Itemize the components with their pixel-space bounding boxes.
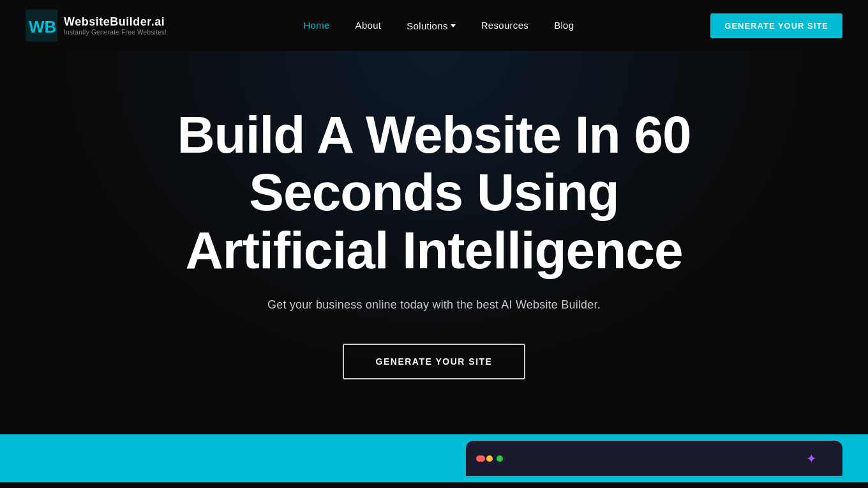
logo-text: WebsiteBuilder.ai Instantly Generate Fre… — [64, 15, 167, 36]
nav-cta-button[interactable]: GENERATE YOUR SITE — [710, 13, 842, 38]
svg-text:WB: WB — [29, 17, 56, 36]
device-content: ✦ — [491, 451, 830, 466]
nav-item-solutions[interactable]: Solutions — [407, 20, 455, 31]
bottom-section: ✦ — [0, 434, 868, 482]
nav-item-home[interactable]: Home — [303, 20, 329, 31]
device-mockup: ✦ — [466, 441, 842, 476]
logo[interactable]: WB WebsiteBuilder.ai Instantly Generate … — [26, 10, 167, 42]
nav-item-resources[interactable]: Resources — [481, 20, 528, 31]
device-dots — [476, 455, 503, 462]
dot-red — [476, 455, 483, 462]
nav-links: Home About Solutions Resources Blog — [303, 20, 574, 31]
nav-link-blog[interactable]: Blog — [554, 20, 574, 31]
nav-link-resources[interactable]: Resources — [481, 20, 528, 31]
logo-icon: WB — [26, 10, 57, 42]
dot-green — [497, 455, 503, 462]
brand-name: WebsiteBuilder.ai — [64, 15, 167, 29]
hero-section: Build A Website In 60 Seconds Using Arti… — [0, 51, 868, 422]
hero-cta-button[interactable]: GENERATE YOUR SITE — [343, 344, 526, 379]
navbar: WB WebsiteBuilder.ai Instantly Generate … — [0, 0, 868, 51]
nav-item-about[interactable]: About — [355, 20, 382, 31]
chevron-down-icon — [451, 24, 456, 27]
sparkle-icon: ✦ — [806, 451, 817, 466]
dot-yellow — [486, 455, 493, 462]
hero-title: Build A Website In 60 Seconds Using Arti… — [147, 106, 721, 279]
bottom-inner: ✦ — [0, 434, 868, 482]
nav-link-home[interactable]: Home — [303, 20, 329, 31]
nav-item-blog[interactable]: Blog — [554, 20, 574, 31]
nav-link-about[interactable]: About — [355, 20, 382, 31]
brand-tagline: Instantly Generate Free Websites! — [64, 29, 167, 36]
hero-subtitle: Get your business online today with the … — [267, 298, 601, 312]
nav-link-solutions[interactable]: Solutions — [407, 20, 455, 31]
